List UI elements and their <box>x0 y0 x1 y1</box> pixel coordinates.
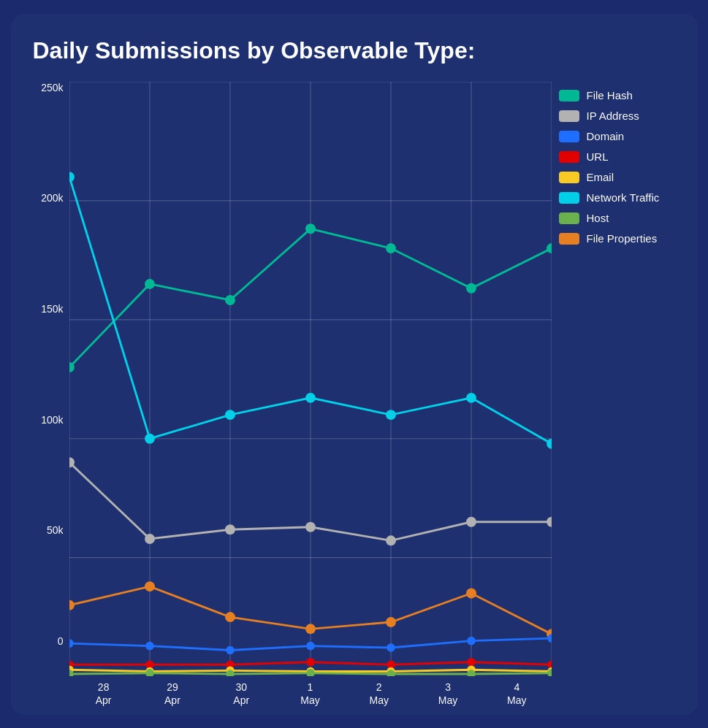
file-hash-point <box>547 243 552 253</box>
legend-color-email <box>559 172 579 183</box>
legend-item-ip-address: IP Address <box>559 110 676 123</box>
plot-area <box>69 82 552 677</box>
legend-color-file-properties <box>559 233 579 245</box>
file-hash-point <box>466 283 476 293</box>
legend-label-ip-address: IP Address <box>587 110 639 123</box>
legend-color-domain <box>559 131 579 142</box>
domain-point <box>69 639 74 648</box>
y-label-100k: 100k <box>41 414 63 426</box>
domain-point <box>145 641 154 650</box>
file-properties-point <box>145 581 155 591</box>
domain-point <box>467 636 476 645</box>
legend-color-network-traffic <box>559 192 579 204</box>
x-axis: 28Apr 29Apr 30Apr 1May 2May 3May 4May <box>69 676 552 707</box>
file-hash-point <box>225 295 235 305</box>
legend-item-file-properties: File Properties <box>559 232 676 245</box>
network-traffic-point <box>466 392 476 402</box>
legend-item-network-traffic: Network Traffic <box>559 191 676 204</box>
chart-svg <box>69 82 552 677</box>
legend-label-email: Email <box>587 171 614 184</box>
y-label-50k: 50k <box>47 524 64 536</box>
domain-point <box>387 643 395 652</box>
legend-color-url <box>559 151 579 163</box>
legend-color-ip-address <box>559 110 579 122</box>
legend-item-file-hash: File Hash <box>559 89 676 102</box>
url-point <box>467 657 476 666</box>
chart-card: Daily Submissions by Observable Type: 25… <box>11 14 698 715</box>
legend-label-host: Host <box>587 212 609 225</box>
network-traffic-point <box>386 410 396 420</box>
chart-container: 250k 200k 150k 100k 50k 0 <box>33 82 552 708</box>
domain-point <box>306 641 315 650</box>
file-hash-point <box>305 223 316 234</box>
legend-label-url: URL <box>587 150 609 164</box>
network-traffic-point <box>305 392 316 402</box>
legend-item-host: Host <box>559 212 676 225</box>
legend-color-file-hash <box>559 90 579 101</box>
x-label-3may: 3May <box>414 681 482 707</box>
ip-address-point <box>466 516 476 526</box>
file-hash-point <box>386 243 396 253</box>
chart-title: Daily Submissions by Observable Type: <box>33 37 676 64</box>
y-label-150k: 150k <box>41 303 63 315</box>
x-label-30apr: 30Apr <box>207 681 275 707</box>
file-properties-point <box>305 624 316 634</box>
legend-label-network-traffic: Network Traffic <box>587 191 660 204</box>
y-label-250k: 250k <box>41 82 63 93</box>
network-traffic-point <box>69 172 75 182</box>
ip-address-point <box>547 516 552 526</box>
y-axis: 250k 200k 150k 100k 50k 0 <box>33 82 68 648</box>
legend: File Hash IP Address Domain URL Email Ne… <box>559 82 676 708</box>
x-label-29apr: 29Apr <box>138 681 207 707</box>
file-hash-point <box>145 278 155 288</box>
x-label-4may: 4May <box>482 681 551 707</box>
file-properties-point <box>466 588 476 598</box>
legend-label-domain: Domain <box>587 130 625 143</box>
y-label-0: 0 <box>58 635 64 647</box>
network-traffic-point <box>225 410 235 420</box>
y-label-200k: 200k <box>41 192 63 204</box>
legend-item-domain: Domain <box>559 130 676 143</box>
ip-address-point <box>305 521 316 532</box>
file-properties-point <box>386 617 396 627</box>
ip-address-point <box>386 535 396 545</box>
ip-address-point <box>225 524 235 534</box>
x-label-2may: 2May <box>345 681 414 707</box>
network-traffic-point <box>145 433 155 443</box>
legend-label-file-hash: File Hash <box>587 89 633 102</box>
chart-area: 250k 200k 150k 100k 50k 0 <box>33 82 676 708</box>
ip-address-point <box>145 534 155 544</box>
legend-color-host <box>559 212 579 224</box>
domain-point <box>226 645 235 654</box>
file-properties-point <box>69 599 75 610</box>
x-label-1may: 1May <box>275 681 344 707</box>
legend-item-url: URL <box>559 150 676 164</box>
legend-label-file-properties: File Properties <box>587 232 658 245</box>
file-properties-point <box>225 612 235 622</box>
x-label-28apr: 28Apr <box>69 681 138 707</box>
legend-item-email: Email <box>559 171 676 184</box>
url-point <box>306 657 315 666</box>
